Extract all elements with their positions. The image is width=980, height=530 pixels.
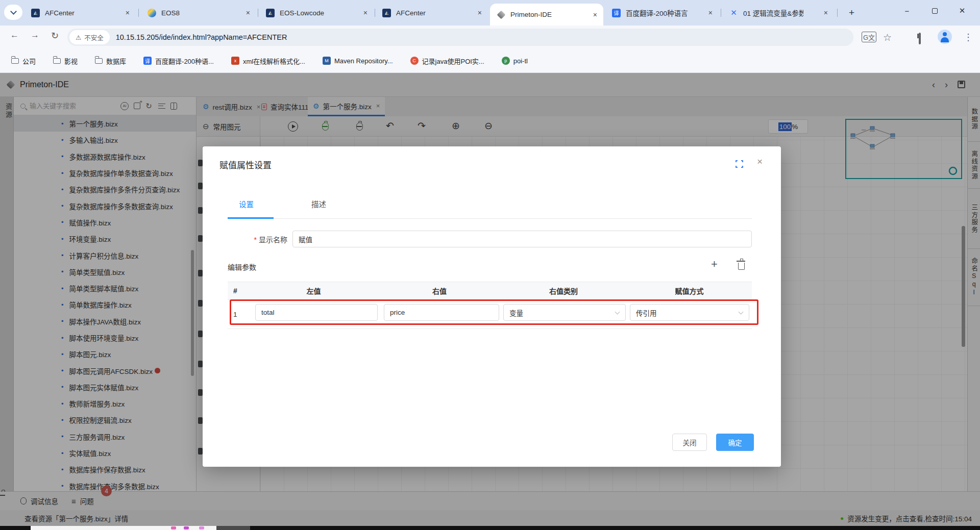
bookmark-folder-database[interactable]: 数据库 [95, 56, 126, 66]
refresh-icon[interactable]: ↻ [51, 30, 59, 41]
bookmark-label: xml在线解析格式化... [243, 56, 305, 66]
browser-tab-afcenter-1[interactable]: AFCenter × [24, 0, 136, 26]
browser-tab-strip: AFCenter × EOS8 × EOS-Lowcode × AFCenter… [0, 0, 980, 26]
decorative-mark [199, 526, 204, 529]
chevron-down-icon [739, 309, 744, 314]
col-left-value: 左值 [249, 286, 379, 296]
bookmark-label: poi-tl [513, 57, 528, 65]
add-param-icon[interactable]: + [711, 258, 718, 271]
params-table-header: # 左值 右值 右值类别 赋值方式 [228, 282, 752, 300]
close-icon: ✕ [959, 6, 966, 15]
browser-tab-primeton-active[interactable]: Primeton-IDE × [490, 4, 603, 26]
display-name-input[interactable] [292, 231, 752, 247]
new-tab-button[interactable]: + [842, 0, 861, 26]
url-text: 10.15.15.205/ide/index.html?appName=AFCE… [116, 33, 287, 41]
browser-tab-eos-lowcode[interactable]: EOS-Lowcode × [259, 0, 374, 26]
bookmark-star-icon[interactable]: ☆ [883, 32, 892, 43]
edit-params-label: 编辑参数 [228, 262, 256, 272]
close-tab-icon[interactable]: × [593, 11, 597, 19]
doc-favicon: ✕ [729, 9, 738, 17]
back-icon[interactable]: ← [10, 30, 19, 40]
dialog-title: 赋值属性设置 [219, 158, 272, 171]
fullscreen-icon[interactable] [736, 160, 743, 168]
right-type-select[interactable]: 变量 [503, 304, 626, 321]
bookmark-label: 公司 [22, 56, 36, 66]
bookmark-csdn-poi[interactable]: C记录java使用POI实... [410, 56, 484, 66]
dialog-tab-description[interactable]: 描述 [311, 198, 326, 209]
kebab-menu-icon[interactable]: ⋮ [964, 32, 973, 43]
side-panel-icon[interactable] [919, 33, 921, 44]
xml-icon: x [231, 57, 239, 65]
warning-icon: ⚠ [76, 34, 81, 41]
required-mark: * [254, 236, 257, 244]
dialog-tab-settings[interactable]: 设置 [239, 198, 254, 209]
right-value-input[interactable] [384, 304, 499, 321]
bookmark-folder-movies[interactable]: 影视 [53, 56, 78, 66]
translate-icon: 译 [143, 57, 152, 65]
decorative-mark [184, 526, 189, 529]
assignment-properties-dialog: 赋值属性设置 × 设置 描述 *显示名称 编辑参数 + # 左值 右值 右值类别… [203, 146, 781, 467]
bookmark-label: Maven Repository... [334, 57, 393, 65]
tab-title: EOS-Lowcode [280, 9, 341, 17]
afcenter-favicon [31, 9, 40, 17]
tab-separator [375, 9, 375, 17]
security-label: 不安全 [84, 33, 104, 42]
select-value: 变量 [509, 308, 523, 318]
tab-title: AFCenter [45, 9, 106, 17]
delete-param-icon[interactable] [738, 263, 745, 270]
csdn-icon: C [410, 57, 419, 65]
tab-separator [258, 9, 258, 17]
close-tab-icon[interactable]: × [246, 9, 250, 17]
close-tab-icon[interactable]: × [126, 9, 130, 17]
tab-title: 百度翻译-200种语言 [626, 8, 688, 18]
tab-title: AFCenter [396, 9, 456, 17]
bookmark-label: 影视 [64, 56, 78, 66]
close-tab-icon[interactable]: × [478, 9, 482, 17]
folder-icon [11, 58, 19, 64]
profile-avatar[interactable] [938, 30, 952, 44]
col-index: # [228, 287, 249, 295]
background-window-strip [0, 526, 980, 530]
tab-title: Primeton-IDE [510, 11, 573, 18]
minimize-icon: − [905, 7, 910, 15]
plus-icon: + [849, 7, 854, 18]
bookmark-poi-tl[interactable]: ppoi-tl [502, 57, 528, 65]
close-tab-icon[interactable]: × [708, 9, 713, 17]
bookmark-baidu-translate[interactable]: 译百度翻译-200种语... [143, 56, 214, 66]
window-close-button[interactable]: ✕ [950, 0, 974, 21]
forward-icon[interactable]: → [31, 30, 39, 40]
assign-mode-select[interactable]: 传引用 [630, 304, 749, 321]
display-name-label: *显示名称 [203, 234, 287, 244]
close-tab-icon[interactable]: × [363, 9, 368, 17]
background-window-edge [216, 526, 250, 530]
tab-list-button[interactable] [4, 5, 22, 20]
translate-favicon: 译 [612, 9, 621, 17]
address-bar[interactable]: ⚠ 不安全 10.15.15.205/ide/index.html?appNam… [67, 29, 853, 46]
col-right-value: 右值 [379, 286, 500, 296]
poi-icon: p [502, 57, 510, 65]
window-minimize-button[interactable]: − [895, 0, 919, 21]
folder-icon [53, 58, 61, 64]
browser-toolbar: ← → ↻ ⚠ 不安全 10.15.15.205/ide/index.html?… [0, 26, 980, 49]
browser-tab-afcenter-2[interactable]: AFCenter × [376, 0, 488, 26]
bookmark-xml-parser[interactable]: xxml在线解析格式化... [231, 56, 305, 66]
tab-separator [138, 9, 139, 17]
translate-page-icon[interactable]: G文 [862, 32, 876, 42]
security-chip[interactable]: ⚠ 不安全 [69, 30, 110, 44]
tab-separator [721, 9, 721, 17]
bookmarks-bar: 公司 影视 数据库 译百度翻译-200种语... xxml在线解析格式化... … [0, 49, 980, 73]
bookmark-maven[interactable]: MMaven Repository... [323, 57, 393, 65]
primeton-favicon [497, 10, 505, 19]
browser-tab-eos8[interactable]: EOS8 × [141, 0, 256, 26]
window-maximize-button[interactable] [923, 0, 946, 21]
bookmark-folder-company[interactable]: 公司 [11, 56, 36, 66]
decorative-mark [171, 526, 176, 529]
browser-tab-logic-flow[interactable]: ✕ 01 逻辑流变量&参数 × [723, 0, 834, 26]
tab-title: 01 逻辑流变量&参数 [743, 8, 803, 18]
left-value-input[interactable] [255, 304, 378, 321]
browser-tab-baidu-translate[interactable]: 译 百度翻译-200种语言 × [605, 0, 719, 26]
close-tab-icon[interactable]: × [824, 9, 828, 17]
ok-button[interactable]: 确定 [716, 434, 754, 451]
close-button[interactable]: 关闭 [672, 434, 707, 451]
close-dialog-icon[interactable]: × [757, 156, 763, 167]
